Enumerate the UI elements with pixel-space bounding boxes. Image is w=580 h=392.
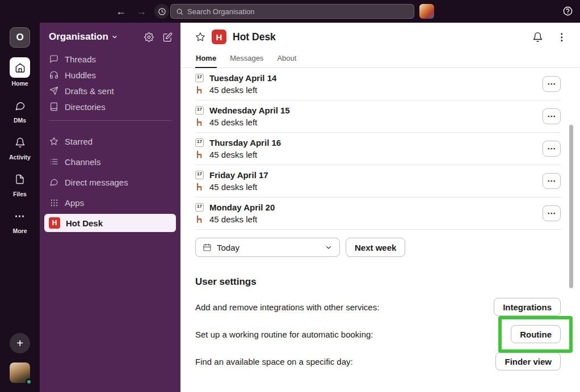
forward-arrow-icon[interactable]: → [134,5,149,18]
hot-desk-app-icon: H [49,217,60,229]
notifications-bell-icon[interactable] [532,32,543,43]
setting-row-routine: Set up a working routine for automatic b… [195,325,561,343]
row-text: Monday April 20 45 desks left [209,201,275,225]
headphones-icon [49,70,59,79]
scrollbar-thumb[interactable] [569,125,573,288]
sidebar-divider [49,120,171,121]
row-menu-button[interactable]: ⋯ [543,76,561,92]
workspace-menu-button[interactable]: Organisation [49,31,118,43]
hot-desk-initial: H [52,219,57,227]
sidebar-item-direct-messages[interactable]: Direct messages [40,172,180,192]
tab-messages[interactable]: Messages [229,51,264,68]
history-nav: ← → [114,0,169,23]
sidebar-item-label: Huddles [65,70,96,80]
plus-icon: + [16,337,23,350]
setting-label: Add and remove integrations with other s… [195,302,379,312]
desks-left: 45 desks left [209,84,276,96]
setting-row-finder: Find an available space on a specific da… [195,352,561,370]
date-controls: Today Next week [180,230,580,257]
row-menu-button[interactable]: ⋯ [543,141,561,157]
calendar-emoji-icon: 17 [195,74,204,82]
rail-label-more: More [12,227,27,234]
rail-item-more[interactable]: ⋯ More [10,207,30,234]
row-menu-button[interactable]: ⋯ [543,173,561,189]
more-options-icon[interactable]: ⋮ [557,32,566,42]
slack-app-window: ← → O Home DMs [0,0,580,392]
sidebar-item-label: Hot Desk [66,218,103,228]
rail-item-files[interactable]: Files [10,170,30,197]
finder-view-button[interactable]: Finder view [495,352,561,370]
sidebar-item-drafts-sent[interactable]: Drafts & sent [40,83,180,99]
sidebar-section-list: Starred Channels Direct messages Apps [40,127,180,232]
day-title: Tuesday April 14 [209,72,276,84]
apps-grid-icon [49,199,59,207]
send-icon [49,86,59,95]
sidebar-item-label: Direct messages [65,178,128,187]
sidebar-item-label: Channels [65,157,100,167]
sidebar-item-hot-desk[interactable]: H Hot Desk [44,214,176,232]
desks-left: 45 desks left [209,149,281,161]
sidebar-header: Organisation [40,23,180,48]
rail-item-home[interactable]: Home [10,57,30,87]
book-icon [49,102,59,111]
integrations-button[interactable]: Integrations [494,298,561,316]
back-arrow-icon[interactable]: ← [114,5,128,18]
app-initial: H [216,32,222,42]
kebab-glyph: ⋯ [547,79,556,89]
row-menu-button[interactable]: ⋯ [543,205,561,221]
kebab-glyph: ⋯ [547,208,556,218]
next-week-button[interactable]: Next week [346,238,405,257]
sidebar-item-channels[interactable]: Channels [40,151,180,172]
workspace-initial: O [16,32,23,43]
workspace-switcher[interactable]: O [10,27,30,48]
rail-item-activity[interactable]: Activity [9,133,31,161]
date-select-dropdown[interactable]: Today [195,238,340,257]
row-text: Friday April 17 45 desks left [209,169,268,193]
threads-icon [49,54,59,64]
routine-button[interactable]: Routine [511,325,561,343]
row-text: Wednesday April 15 45 desks left [209,104,290,128]
help-icon[interactable] [562,6,573,18]
user-avatar[interactable] [10,363,30,383]
compose-icon[interactable] [163,32,173,42]
sidebar-item-directories[interactable]: Directories [40,99,180,115]
create-new-button[interactable]: + [10,333,30,353]
home-icon [10,57,30,78]
rail-label-dms: DMs [14,117,26,124]
row-menu-button[interactable]: ⋯ [543,108,561,124]
favorite-star-icon[interactable] [195,32,205,42]
chair-emoji-icon [195,86,204,94]
rail-bottom: + [10,333,30,383]
row-icons: 17 [195,72,209,96]
sidebar-item-label: Apps [65,198,84,208]
calendar-emoji-icon: 17 [195,171,204,179]
settings-gear-icon[interactable] [144,32,154,42]
rail-item-dms[interactable]: DMs [10,96,30,124]
search-bar[interactable] [170,4,414,19]
sidebar-item-threads[interactable]: Threads [40,51,180,67]
row-icons: 17 [195,169,209,193]
history-clock-icon[interactable] [154,4,169,19]
setting-row-integrations: Add and remove integrations with other s… [195,298,561,316]
rail-label-activity: Activity [9,154,31,161]
sidebar-actions [144,32,173,42]
tab-about[interactable]: About [276,51,297,68]
sidebar-item-huddles[interactable]: Huddles [40,67,180,83]
day-title: Thursday April 16 [209,137,281,149]
date-select-value: Today [217,243,239,252]
sidebar-item-label: Threads [65,54,96,64]
tab-home[interactable]: Home [195,51,217,68]
sidebar-item-label: Drafts & sent [65,86,114,96]
dms-icon [10,96,30,115]
setting-label: Find an available space on a specific da… [195,357,353,366]
desk-day-list: 17 Tuesday April 14 45 desks left ⋯ 17 W… [180,68,580,230]
search-input[interactable] [187,7,409,16]
desks-left: 45 desks left [209,213,275,225]
topbar-user-avatar[interactable] [419,4,434,19]
channels-list-icon [49,157,59,166]
kebab-glyph: ⋮ [557,32,566,42]
kebab-glyph: ⋯ [547,176,556,186]
user-settings-heading: User settings [195,276,561,288]
sidebar-item-apps[interactable]: Apps [40,192,180,213]
sidebar-item-starred[interactable]: Starred [40,131,180,151]
